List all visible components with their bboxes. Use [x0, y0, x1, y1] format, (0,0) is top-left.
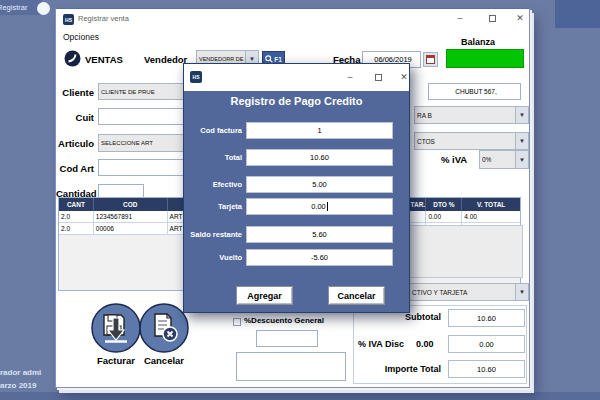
cod-factura-input[interactable]: 1: [246, 122, 393, 139]
rubro-value: CTOS: [415, 138, 515, 145]
background-window-title: Registrar: [0, 0, 42, 15]
text-cursor: [327, 202, 328, 211]
balanza-display: [446, 49, 524, 68]
search-icon: [265, 55, 273, 63]
vuelto-input[interactable]: -5.60: [246, 249, 393, 266]
categoria-select[interactable]: RA B ▼: [414, 106, 529, 124]
cod-art-label: Cod Art: [56, 163, 94, 174]
importe-total-label: Importe Total: [336, 364, 441, 374]
articulo-label: Articulo: [56, 138, 94, 149]
operator-date-text: arzo 2019: [0, 381, 36, 390]
agregar-button[interactable]: Agregar: [236, 286, 293, 305]
cuit-label: Cuit: [56, 112, 94, 123]
minimize-button[interactable]: –: [452, 11, 468, 26]
descuento-checkbox[interactable]: [233, 318, 241, 326]
descuento-input[interactable]: [256, 330, 318, 347]
col-tar: TAR...: [410, 198, 426, 211]
articulo-value: SELECCIONE ART: [99, 140, 185, 146]
iva-disc-value: 0.00: [448, 335, 525, 353]
menu-opciones[interactable]: Opciones: [63, 32, 99, 42]
ventas-icon: [64, 50, 81, 67]
window-title: Registrar venta: [78, 13, 129, 24]
col-dto: DTO %: [426, 198, 462, 211]
iva-disc-static: 0.00: [416, 339, 434, 349]
tarjeta-input[interactable]: 0.00: [246, 198, 393, 215]
registro-pago-credito-dialog: HS – ✕ Registro de Pago Credito Cod fact…: [183, 63, 410, 313]
iva-disc-label: % IVA Disc: [358, 339, 404, 349]
categoria-value: RA B: [415, 112, 515, 119]
iva-value: 0%: [480, 156, 515, 163]
facturar-button-icon[interactable]: [90, 302, 142, 354]
iva-label: % iVA: [441, 154, 467, 165]
vendedor-value: VENDEDORR DE PRUEBA: [197, 56, 245, 62]
saldo-restante-label: Saldo restante: [186, 230, 242, 239]
vuelto-label: Vuelto: [186, 253, 242, 262]
payment-list: [409, 225, 523, 278]
cliente-label: Cliente: [56, 87, 94, 98]
forma-pago-value: CTIVO Y TARJETA: [410, 289, 515, 296]
window-icon: HS: [63, 14, 74, 25]
subtotal-label: Subtotal: [336, 312, 441, 322]
chevron-down-icon[interactable]: ▼: [515, 151, 528, 168]
vendedor-label: Vendedor: [144, 54, 187, 65]
efectivo-label: Efectivo: [186, 180, 242, 189]
cancelar-label[interactable]: Cancelar: [132, 355, 196, 366]
cliente-value: CLIENTE DE PRUE: [99, 89, 185, 95]
chevron-down-icon[interactable]: ▼: [515, 284, 528, 300]
chevron-down-icon[interactable]: ▼: [515, 133, 528, 149]
efectivo-input[interactable]: 5.00: [246, 176, 393, 193]
rubro-select[interactable]: CTOS ▼: [414, 132, 529, 150]
ventas-label: VENTAS: [85, 54, 123, 65]
dialog-icon: HS: [190, 71, 202, 83]
cod-art-input[interactable]: [98, 159, 186, 176]
tarjeta-label: Tarjeta: [186, 202, 242, 211]
dialog-title: Registro de Pago Credito: [184, 95, 409, 107]
taskbar-edge: [0, 392, 600, 400]
cuit-input[interactable]: [98, 108, 186, 125]
operator-name-text: rador admi: [0, 368, 41, 377]
close-button[interactable]: ✕: [512, 11, 528, 26]
col-vtotal: V. TOTAL: [462, 198, 520, 211]
background-window-fragment: [555, 0, 600, 28]
dialog-cancelar-button[interactable]: Cancelar: [328, 286, 385, 305]
dialog-titlebar: HS – ✕: [184, 64, 409, 91]
iva-select[interactable]: 0% ▼: [479, 150, 529, 169]
dialog-maximize-button[interactable]: [370, 70, 386, 85]
saldo-restante-input[interactable]: 5.60: [246, 226, 393, 243]
calendar-icon: [426, 55, 435, 64]
articulo-select[interactable]: SELECCIONE ART: [98, 134, 186, 152]
total-label: Total: [186, 153, 242, 162]
descuento-label: %Descuento General: [244, 316, 324, 325]
calendar-button[interactable]: [423, 52, 438, 67]
importe-total-value: 10.60: [448, 360, 525, 378]
dialog-close-button[interactable]: ✕: [396, 70, 412, 85]
background-window-icon: [37, 2, 50, 15]
col-cant: CANT: [59, 198, 94, 211]
cliente-select[interactable]: CLIENTE DE PRUE: [98, 83, 186, 100]
cod-factura-label: Cod factura: [186, 126, 242, 135]
f1-label: F1: [274, 56, 282, 63]
total-input[interactable]: 10.60: [246, 149, 393, 166]
forma-pago-select[interactable]: CTIVO Y TARJETA ▼: [409, 283, 529, 301]
direccion-input[interactable]: CHUBUT 567,: [428, 83, 521, 100]
col-cod: COD: [94, 198, 168, 211]
balanza-label: Balanza: [461, 37, 495, 47]
dialog-minimize-button[interactable]: –: [342, 70, 358, 85]
chevron-down-icon[interactable]: ▼: [515, 107, 528, 123]
subtotal-value: 10.60: [448, 309, 525, 327]
notes-box[interactable]: [236, 352, 346, 381]
maximize-button[interactable]: [484, 11, 500, 26]
